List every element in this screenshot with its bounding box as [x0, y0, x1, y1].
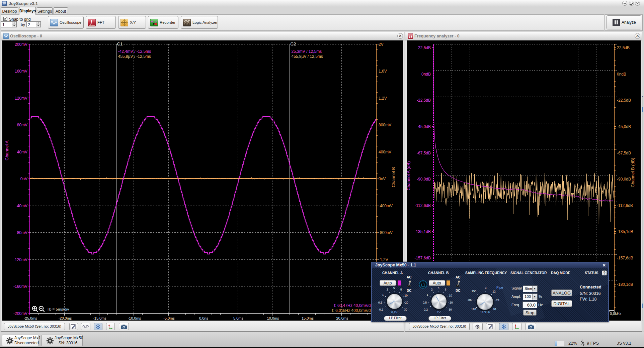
- svg-text:15,0ms: 15,0ms: [302, 316, 314, 320]
- svg-text:0ndB: 0ndB: [617, 72, 626, 77]
- svg-text:f: 6,01kHz 400,0mV/di: f: 6,01kHz 400,0mV/di: [332, 308, 372, 313]
- svg-text:200mV: 200mV: [15, 42, 27, 47]
- svg-text:Channel B (dB): Channel B (dB): [630, 158, 635, 188]
- svg-text:800mV: 800mV: [379, 123, 391, 127]
- svg-text:1,2V: 1,2V: [379, 96, 387, 101]
- svg-text:-45,0dB: -45,0dB: [417, 124, 431, 129]
- svg-text:-112,6dB: -112,6dB: [415, 203, 431, 208]
- svg-text:-135,1dB: -135,1dB: [414, 229, 431, 234]
- svg-text:400mV: 400mV: [379, 150, 391, 154]
- svg-text:-112,6dB: -112,6dB: [617, 203, 633, 208]
- svg-text:40mV: 40mV: [17, 150, 27, 154]
- svg-text:C1: C1: [117, 41, 123, 46]
- svg-text:-15,0ms: -15,0ms: [93, 316, 106, 320]
- svg-text:Channel A (dB): Channel A (dB): [407, 161, 411, 190]
- svg-text:-22,5dB: -22,5dB: [617, 98, 631, 103]
- svg-text:Channel A: Channel A: [4, 140, 9, 160]
- svg-text:-157,6dB: -157,6dB: [617, 256, 633, 260]
- svg-text:455,8µV / -12,5ms: 455,8µV / -12,5ms: [118, 54, 151, 59]
- svg-text:2V: 2V: [379, 42, 384, 47]
- svg-text:-120mV: -120mV: [13, 257, 27, 262]
- svg-text:22,5dB: 22,5dB: [617, 45, 630, 50]
- svg-text:-5,0ms: -5,0ms: [163, 316, 175, 320]
- svg-text:-22,5dB: -22,5dB: [417, 98, 431, 103]
- svg-text:-10,0ms: -10,0ms: [128, 316, 141, 320]
- svg-text:-200mV: -200mV: [13, 311, 27, 316]
- svg-text:20,0ms: 20,0ms: [336, 316, 348, 320]
- svg-text:-157,6dB: -157,6dB: [414, 256, 431, 260]
- svg-text:5,0ms: 5,0ms: [233, 316, 243, 320]
- svg-text:-90,0dB: -90,0dB: [417, 177, 431, 182]
- svg-text:0nV: 0nV: [379, 177, 386, 181]
- svg-text:80mV: 80mV: [17, 123, 27, 127]
- svg-text:-1,2V: -1,2V: [379, 257, 388, 262]
- svg-text:-135,1dB: -135,1dB: [617, 229, 633, 234]
- svg-text:-67,5dB: -67,5dB: [617, 151, 631, 155]
- svg-text:Channel B: Channel B: [391, 167, 396, 188]
- svg-text:-67,5dB: -67,5dB: [417, 151, 431, 155]
- svg-text:-400mV: -400mV: [379, 204, 393, 208]
- svg-text:22,5dB: 22,5dB: [418, 45, 431, 50]
- svg-text:-42,4mV / -12,5ms: -42,4mV / -12,5ms: [118, 49, 151, 54]
- svg-text:Tb = 5ms/div: Tb = 5ms/div: [47, 307, 69, 311]
- svg-text:-160mV: -160mV: [13, 284, 27, 289]
- svg-text:455,8µV / 12,5ms: 455,8µV / 12,5ms: [292, 54, 323, 59]
- svg-text:-800mV: -800mV: [379, 230, 393, 235]
- svg-text:-80mV: -80mV: [16, 230, 27, 235]
- svg-text:-180,1dB: -180,1dB: [617, 282, 633, 287]
- svg-text:1,6V: 1,6V: [379, 69, 387, 74]
- svg-text:0ndB: 0ndB: [421, 72, 431, 77]
- svg-text:C2: C2: [291, 41, 296, 46]
- svg-text:160mV: 160mV: [15, 69, 27, 74]
- svg-text:10,0ms: 10,0ms: [267, 316, 279, 320]
- svg-text:25,3mV / 12,5ms: 25,3mV / 12,5ms: [292, 49, 322, 54]
- svg-text:-40mV: -40mV: [16, 204, 27, 208]
- svg-text:f: 60,47Hz 40,0mV/di: f: 60,47Hz 40,0mV/di: [334, 303, 372, 308]
- svg-text:0nV: 0nV: [20, 177, 27, 181]
- svg-text:-25,0ms: -25,0ms: [24, 316, 37, 320]
- svg-text:-45,0dB: -45,0dB: [617, 124, 631, 129]
- svg-text:0,0kHz: 0,0kHz: [610, 312, 621, 316]
- svg-text:-90,0dB: -90,0dB: [617, 177, 631, 182]
- svg-text:-20,0ms: -20,0ms: [59, 316, 72, 320]
- svg-text:0,0ns: 0,0ns: [199, 316, 208, 320]
- svg-text:120mV: 120mV: [15, 96, 27, 101]
